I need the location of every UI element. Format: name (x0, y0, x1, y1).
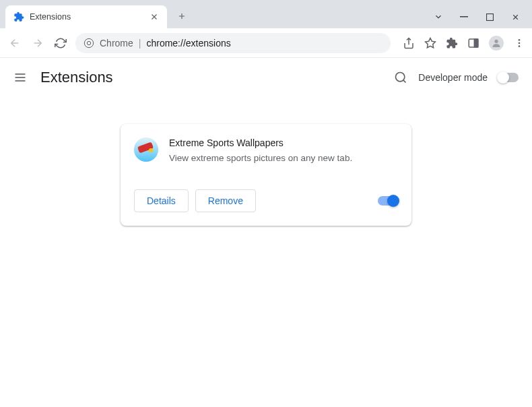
window-minimize-button[interactable] (459, 12, 469, 22)
svg-rect-1 (486, 13, 493, 20)
back-button (7, 35, 23, 51)
sidepanel-icon (467, 37, 479, 49)
close-icon (511, 13, 520, 22)
star-icon (424, 37, 436, 49)
extension-icon (134, 137, 158, 162)
arrow-right-icon (32, 37, 44, 49)
bookmark-button[interactable] (424, 37, 436, 49)
profile-button[interactable] (489, 36, 504, 51)
extension-puzzle-icon (13, 11, 24, 22)
hamburger-menu-button[interactable] (13, 71, 27, 84)
extension-card: Extreme Sports Wallpapers View extreme s… (121, 124, 411, 226)
forward-button (30, 35, 46, 51)
svg-point-11 (519, 45, 521, 47)
svg-point-2 (84, 38, 93, 47)
svg-point-10 (519, 42, 521, 44)
extension-card-actions: Details Remove (134, 189, 398, 212)
tab-close-icon[interactable] (149, 12, 159, 22)
sidepanel-button[interactable] (467, 37, 479, 49)
extension-name: Extreme Sports Wallpapers (169, 137, 398, 148)
search-button[interactable] (394, 71, 407, 84)
window-close-button[interactable] (510, 12, 520, 22)
header-actions: Developer mode (394, 71, 519, 84)
maximize-icon (486, 13, 494, 21)
svg-point-15 (396, 73, 405, 82)
svg-marker-4 (426, 38, 436, 47)
window-dropdown-button[interactable] (434, 12, 443, 22)
window-maximize-button[interactable] (485, 12, 494, 22)
svg-rect-0 (460, 16, 468, 18)
minimize-icon (460, 13, 468, 21)
person-icon (491, 38, 502, 49)
extensions-content: Extreme Sports Wallpapers View extreme s… (0, 97, 532, 226)
extension-info: Extreme Sports Wallpapers View extreme s… (169, 137, 398, 165)
browser-toolbar: Chrome | chrome://extensions (0, 28, 532, 58)
browser-tab[interactable]: Extensions (5, 5, 167, 28)
window-controls (422, 12, 532, 28)
omnibox-prefix: Chrome (100, 38, 133, 49)
chevron-down-icon (434, 12, 443, 22)
svg-point-9 (519, 39, 521, 41)
svg-line-16 (403, 80, 406, 83)
extension-description: View extreme sports pictures on any new … (169, 152, 398, 165)
developer-mode-label: Developer mode (418, 72, 488, 83)
page-title: Extensions (40, 69, 113, 86)
address-bar[interactable]: Chrome | chrome://extensions (75, 33, 391, 53)
svg-point-8 (494, 39, 498, 42)
omnibox-url: chrome://extensions (146, 38, 230, 49)
toolbar-actions (397, 36, 525, 51)
reload-button[interactable] (53, 35, 69, 51)
puzzle-icon (446, 37, 458, 49)
new-tab-button[interactable] (172, 7, 191, 26)
extensions-header: Extensions Developer mode (0, 58, 532, 97)
chrome-menu-button[interactable] (513, 37, 525, 49)
extension-enable-toggle[interactable] (378, 196, 398, 206)
tab-title: Extensions (30, 12, 71, 22)
window-titlebar: Extensions (0, 0, 532, 28)
share-icon (403, 37, 415, 49)
dots-vertical-icon (514, 38, 525, 49)
arrow-left-icon (9, 37, 21, 49)
share-button[interactable] (403, 37, 415, 49)
developer-mode-toggle[interactable] (498, 73, 519, 82)
details-button[interactable]: Details (134, 189, 189, 212)
extension-card-top: Extreme Sports Wallpapers View extreme s… (134, 137, 398, 165)
extensions-button[interactable] (446, 37, 458, 49)
remove-button[interactable]: Remove (195, 189, 256, 212)
plus-icon (177, 11, 187, 21)
reload-icon (55, 37, 67, 49)
chrome-logo-icon (84, 38, 94, 49)
svg-rect-7 (475, 39, 478, 47)
omnibox-divider: | (139, 38, 141, 49)
